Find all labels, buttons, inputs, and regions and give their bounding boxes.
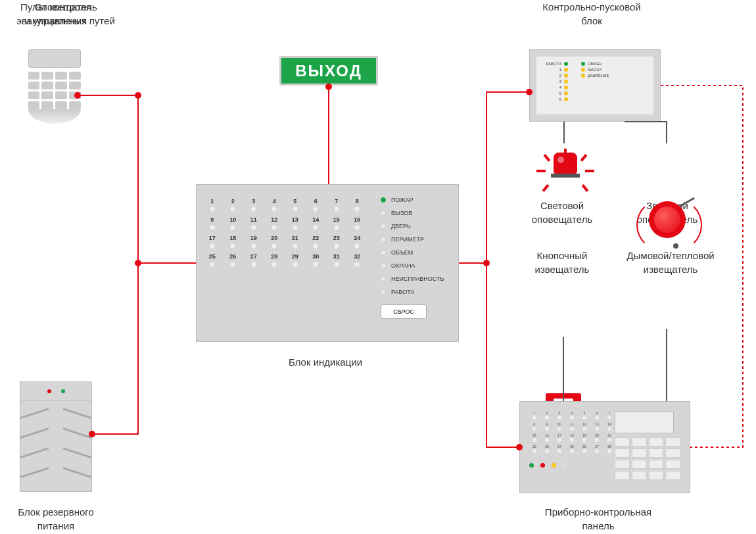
label-ups: Блок резервногопитания bbox=[0, 505, 112, 533]
label-smoke: Дымовой/тепловойизвещатель bbox=[625, 249, 717, 276]
label-light: Световойоповещатель bbox=[523, 199, 602, 226]
reset-button[interactable]: СБРОС bbox=[381, 304, 427, 319]
label-callpoint: Кнопочныйизвещатель bbox=[523, 249, 602, 276]
label-clb: Контрольно-пусковойблок bbox=[519, 0, 664, 28]
exit-sign: ВЫХОД bbox=[279, 56, 378, 85]
indication-block: 1234567891011121314151617181920212223242… bbox=[196, 184, 459, 342]
control-panel: 1234567891011121314151617181920212223242… bbox=[519, 401, 690, 493]
svg-point-1 bbox=[135, 92, 141, 99]
svg-point-2 bbox=[135, 260, 141, 266]
keypad-device bbox=[23, 49, 85, 128]
sound-alarm-icon bbox=[644, 201, 690, 247]
label-panel: Приборно-контрольнаяпанель bbox=[526, 505, 671, 533]
control-launch-block: РАБОТА123456ОБМЕНМАССАДАВЛЕНИЕ bbox=[529, 49, 661, 122]
backup-power bbox=[20, 381, 92, 493]
svg-point-6 bbox=[483, 260, 490, 266]
label-exit-sign: Оповещательэвакуационных путей bbox=[0, 0, 131, 28]
label-ind: Блок индикации bbox=[260, 355, 391, 369]
light-alarm-icon bbox=[539, 153, 592, 199]
